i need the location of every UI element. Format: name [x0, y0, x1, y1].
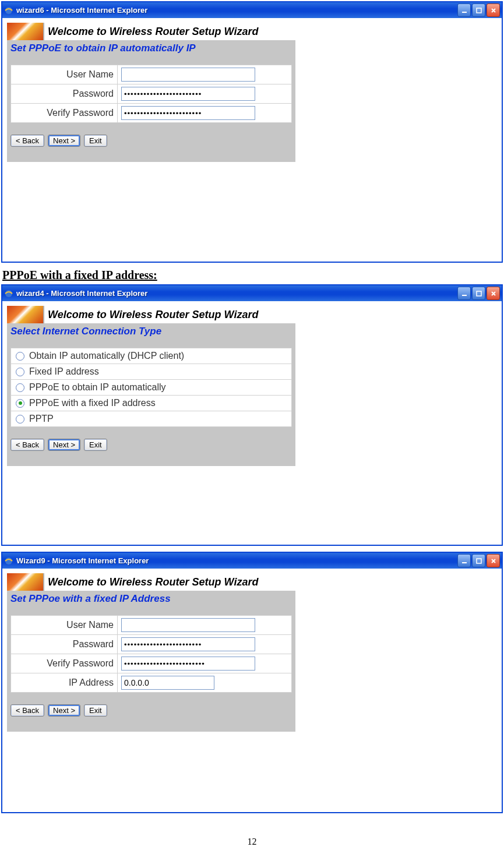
radio-label: PPPoE with a fixed IP address	[29, 398, 156, 408]
radio-label: PPPoE to obtain IP automatically	[29, 382, 166, 393]
client-area: Welcome to Wireless Router Setup Wizard …	[2, 301, 502, 545]
svg-point-3	[5, 290, 12, 297]
password-label: Passward	[11, 635, 118, 654]
section-title: Set PPPoe with a fixed IP Address	[7, 591, 295, 609]
minimize-button[interactable]	[457, 3, 471, 17]
minimize-button[interactable]	[457, 554, 471, 567]
verify-password-input[interactable]	[121, 106, 255, 120]
username-label: User Name	[11, 65, 118, 84]
radio-icon	[16, 399, 24, 408]
exit-button[interactable]: Exit	[84, 439, 107, 451]
verify-password-label: Verify Password	[11, 654, 118, 673]
svg-rect-5	[477, 291, 481, 296]
close-button[interactable]	[487, 554, 500, 567]
titlebar[interactable]: wizard6 - Microsoft Internet Explorer	[2, 2, 502, 18]
exit-button[interactable]: Exit	[84, 704, 107, 717]
radio-option-fixed-ip[interactable]: Fixed IP address	[10, 364, 292, 380]
radio-label: PPTP	[29, 414, 54, 424]
verify-password-input[interactable]	[121, 657, 255, 671]
back-button[interactable]: < Back	[10, 704, 44, 717]
radio-icon	[16, 383, 24, 392]
button-row: < Back Next > Exit	[7, 431, 295, 466]
svg-rect-7	[462, 562, 467, 563]
ie-logo-icon	[4, 556, 13, 566]
ie-window-wizard4: wizard4 - Microsoft Internet Explorer We…	[1, 284, 503, 546]
back-button[interactable]: < Back	[10, 135, 44, 147]
radio-label: Obtain IP automatically (DHCP client)	[29, 351, 184, 361]
svg-point-0	[5, 7, 12, 14]
exit-button[interactable]: Exit	[84, 135, 107, 147]
maximize-button[interactable]	[472, 554, 485, 567]
titlebar[interactable]: Wizard9 - Microsoft Internet Explorer	[2, 553, 502, 569]
form-table: User Name Password Verify Password	[10, 65, 292, 123]
minimize-button[interactable]	[457, 287, 471, 300]
radio-option-pptp[interactable]: PPTP	[10, 411, 292, 427]
button-row: < Back Next > Exit	[7, 696, 295, 732]
swoosh-graphic-icon	[7, 23, 44, 40]
banner-title: Welcome to Wireless Router Setup Wizard	[44, 576, 258, 588]
window-title: wizard6 - Microsoft Internet Explorer	[16, 6, 457, 15]
window-title: wizard4 - Microsoft Internet Explorer	[16, 289, 457, 298]
banner-title: Welcome to Wireless Router Setup Wizard	[44, 309, 258, 321]
ie-window-wizard9: Wizard9 - Microsoft Internet Explorer We…	[1, 552, 503, 813]
window-controls	[457, 3, 500, 17]
wizard-banner: Welcome to Wireless Router Setup Wizard	[7, 23, 295, 40]
ip-address-label: IP Address	[11, 673, 118, 693]
svg-point-6	[5, 558, 12, 564]
connection-type-radiolist: Obtain IP automatically (DHCP client) Fi…	[10, 348, 292, 427]
next-button[interactable]: Next >	[48, 704, 80, 717]
svg-rect-1	[462, 12, 467, 13]
svg-rect-2	[477, 8, 481, 13]
radio-label: Fixed IP address	[29, 366, 99, 377]
swoosh-graphic-icon	[7, 306, 44, 323]
radio-icon	[16, 368, 24, 376]
password-input[interactable]	[121, 637, 255, 651]
username-input[interactable]	[121, 618, 255, 632]
username-label: User Name	[11, 616, 118, 635]
svg-rect-8	[477, 559, 481, 563]
form-table: User Name Passward Verify Password IP Ad…	[10, 615, 292, 693]
ie-logo-icon	[4, 289, 13, 298]
ie-window-wizard6: wizard6 - Microsoft Internet Explorer We…	[1, 1, 503, 263]
wizard-banner: Welcome to Wireless Router Setup Wizard	[7, 573, 295, 591]
maximize-button[interactable]	[472, 3, 485, 17]
password-input[interactable]	[121, 87, 255, 101]
radio-icon	[16, 352, 24, 361]
window-controls	[457, 287, 500, 300]
radio-option-dhcp[interactable]: Obtain IP automatically (DHCP client)	[10, 348, 292, 364]
ie-logo-icon	[4, 6, 13, 15]
svg-rect-4	[462, 295, 467, 296]
window-title: Wizard9 - Microsoft Internet Explorer	[16, 556, 457, 565]
close-button[interactable]	[487, 3, 500, 17]
section-title: Select Internet Connection Type	[7, 323, 295, 342]
next-button[interactable]: Next >	[48, 135, 80, 147]
password-label: Password	[11, 84, 118, 104]
titlebar[interactable]: wizard4 - Microsoft Internet Explorer	[2, 285, 502, 301]
verify-password-label: Verify Password	[11, 104, 118, 123]
page-number: 12	[1, 837, 503, 847]
client-area: Welcome to Wireless Router Setup Wizard …	[2, 18, 502, 262]
username-input[interactable]	[121, 68, 255, 82]
maximize-button[interactable]	[472, 287, 485, 300]
banner-title: Welcome to Wireless Router Setup Wizard	[44, 26, 258, 38]
button-row: < Back Next > Exit	[7, 126, 295, 162]
section-title: Set PPPoE to obtain IP automatically IP	[7, 40, 295, 59]
back-button[interactable]: < Back	[10, 439, 44, 451]
wizard-banner: Welcome to Wireless Router Setup Wizard	[7, 306, 295, 323]
section-heading: PPPoE with a fixed IP address:	[2, 269, 503, 282]
radio-option-pppoe-auto[interactable]: PPPoE to obtain IP automatically	[10, 380, 292, 396]
close-button[interactable]	[487, 287, 500, 300]
client-area: Welcome to Wireless Router Setup Wizard …	[2, 569, 502, 812]
swoosh-graphic-icon	[7, 573, 44, 591]
radio-icon	[16, 415, 24, 424]
window-controls	[457, 554, 500, 567]
radio-option-pppoe-fixed[interactable]: PPPoE with a fixed IP address	[10, 396, 292, 411]
next-button[interactable]: Next >	[48, 439, 80, 451]
ip-address-input[interactable]	[121, 676, 214, 690]
